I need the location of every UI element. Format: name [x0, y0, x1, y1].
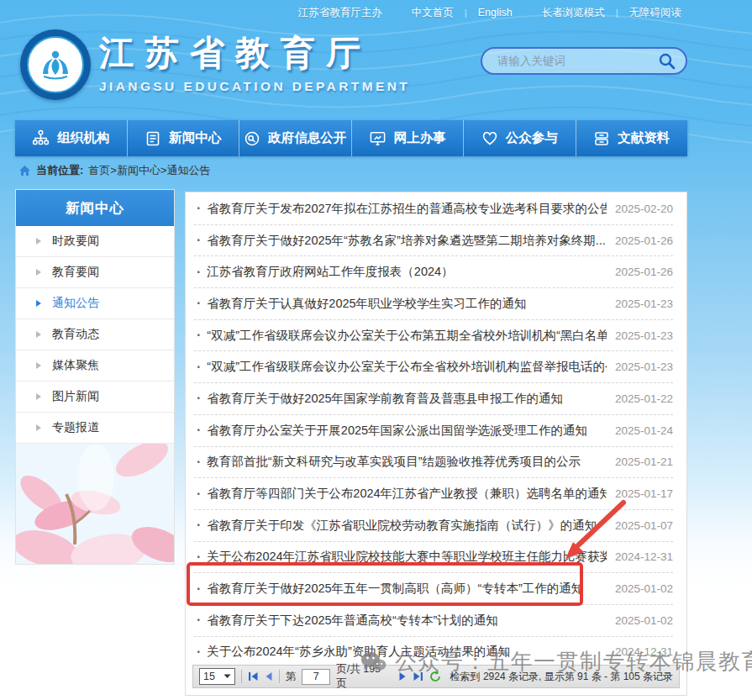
bullet: ·: [197, 518, 201, 533]
sidebar-item-1[interactable]: 教育要闻: [16, 257, 174, 288]
sidebar-item-2[interactable]: 通知公告: [16, 288, 174, 319]
notice-row: ·省教育厅办公室关于开展2025年国家公派出国留学选派受理工作的通知2025-0…: [194, 415, 673, 447]
bullet: ·: [197, 582, 201, 597]
host-link[interactable]: 江苏省教育厅主办: [298, 6, 382, 20]
previous-page-button[interactable]: [265, 671, 273, 682]
notice-title-link[interactable]: 省教育厅关于认真做好2025年职业学校学生实习工作的通知: [207, 296, 607, 312]
sidebar-item-label: 教育要闻: [52, 265, 99, 280]
nav-item-gov-info[interactable]: 政府信息公开: [239, 120, 352, 156]
notice-title-link[interactable]: 关于公布2024年江苏省职业院校技能大赛中等职业学校班主任能力比赛获奖...: [207, 549, 607, 565]
notice-title-link[interactable]: 省教育厅关于印发《江苏省职业院校劳动教育实施指南（试行）》的通知: [207, 518, 607, 534]
notice-title-link[interactable]: “双减”工作省级联席会议办公室关于公布第五期全省校外培训机构“黑白名单...: [207, 328, 607, 344]
notice-date: 2025-01-22: [615, 392, 673, 405]
notice-title-link[interactable]: 省教育厅等四部门关于公布2024年江苏省产业教授（兼职）选聘名单的通知: [207, 486, 607, 502]
last-page-button[interactable]: [413, 671, 423, 682]
search-input[interactable]: [496, 54, 658, 68]
triangle-arrow-icon: [36, 424, 41, 431]
nav-label: 组织机构: [57, 129, 109, 147]
nav-item-public-participation[interactable]: 公众参与: [464, 120, 576, 156]
department-logo: [20, 29, 91, 100]
result-summary: 检索到 2924 条记录, 显示第 91 条 - 第 105 条记录: [450, 670, 673, 684]
refresh-button[interactable]: [429, 671, 441, 682]
notice-date: 2025-01-24: [615, 424, 673, 437]
sidebar-item-0[interactable]: 时政要闻: [16, 226, 174, 257]
main-navigation: 组织机构 新闻中心 政府信息公开 网上办事 公众参与 文献资料: [15, 120, 687, 156]
page-size-value: 15: [203, 671, 215, 682]
english-link[interactable]: English: [478, 7, 513, 18]
notice-row: ·关于公布2024年江苏省职业院校技能大赛中等职业学校班主任能力比赛获奖...2…: [194, 542, 673, 574]
sidebar-item-5[interactable]: 图片新闻: [16, 382, 174, 413]
triangle-arrow-icon: [36, 269, 41, 276]
site-header: 江苏省教育厅 JIANGSU EDUCATION DEPARTMENT: [0, 25, 752, 120]
notice-date: 2024-12-31: [615, 550, 673, 563]
bullet: ·: [197, 455, 201, 470]
bullet: ·: [197, 645, 201, 660]
site-title: 江苏省教育厅: [99, 30, 410, 76]
top-utility-bar: 江苏省教育厅主办 中文首页 | English 长者浏览模式 | 无障碍阅读: [0, 0, 752, 25]
bullet: ·: [197, 487, 201, 502]
triangle-arrow-icon: [36, 393, 41, 400]
divider: |: [616, 8, 618, 18]
first-page-button[interactable]: [248, 671, 259, 682]
bullet: ·: [197, 391, 201, 406]
notice-date: 2025-01-23: [615, 329, 673, 342]
page-number-input[interactable]: [302, 669, 330, 685]
nav-item-online-services[interactable]: 网上办事: [352, 120, 465, 156]
bullet: ·: [197, 265, 201, 280]
site-subtitle: JIANGSU EDUCATION DEPARTMENT: [99, 79, 410, 94]
notice-title-link[interactable]: 省教育厅关于发布2027年拟在江苏招生的普通高校专业选考科目要求的公告: [207, 201, 607, 217]
notice-date: 2025-01-23: [615, 297, 673, 310]
notice-title-link[interactable]: 省教育厅关于做好2025年五年一贯制高职（高师）“专转本”工作的通知: [207, 581, 607, 597]
chinese-home-link[interactable]: 中文首页: [412, 6, 454, 20]
breadcrumb-path[interactable]: 首页>新闻中心>通知公告: [88, 163, 210, 178]
magnolia-flower-image: [16, 444, 174, 564]
notice-title-link[interactable]: 省教育厅关于下达2025年普通高校“专转本”计划的通知: [207, 613, 607, 629]
sidebar-item-label: 专题报道: [52, 420, 99, 435]
lotus-emblem-icon: [37, 46, 74, 83]
nav-label: 文献资料: [618, 129, 670, 147]
notice-title-link[interactable]: 江苏省教育厅政府网站工作年度报表（2024）: [207, 264, 607, 280]
pagination-bar: 15 第 页/共 195 页 检索到 2924 条记录, 显示第 91 条 - …: [192, 665, 680, 688]
next-page-button[interactable]: [398, 671, 407, 682]
page-size-select[interactable]: 15: [199, 668, 235, 685]
bullet: ·: [197, 613, 201, 628]
search-button[interactable]: [658, 52, 676, 70]
chevron-down-icon: [223, 674, 231, 679]
sidebar-item-6[interactable]: 专题报道: [16, 413, 174, 444]
notice-date: 2025-01-02: [615, 614, 673, 627]
sidebar-item-label: 图片新闻: [52, 389, 99, 404]
page-label-suffix: 页/共 195 页: [336, 662, 392, 691]
sidebar-item-4[interactable]: 媒体聚焦: [16, 350, 174, 382]
accessibility-link[interactable]: 无障碍阅读: [629, 6, 682, 20]
notice-row: ·省教育厅关于做好2025年“苏教名家”培养对象遴选暨第二期培养对象终期...2…: [194, 225, 673, 257]
archive-icon: [593, 130, 610, 147]
sidebar-news-center: 新闻中心 时政要闻教育要闻通知公告教育动态媒体聚焦图片新闻专题报道: [15, 189, 175, 565]
nav-label: 公众参与: [506, 129, 558, 147]
nav-item-news-center[interactable]: 新闻中心: [128, 120, 240, 156]
last-page-icon: [413, 671, 423, 682]
sidebar-item-3[interactable]: 教育动态: [16, 319, 174, 350]
sidebar-item-label: 时政要闻: [52, 234, 99, 249]
notice-title-link[interactable]: 教育部首批“新文科研究与改革实践项目”结题验收推荐优秀项目的公示: [207, 454, 607, 470]
notice-title-link[interactable]: 关于公布2024年“苏乡永助”资助育人主题活动结果的通知: [207, 644, 607, 660]
nav-item-documents[interactable]: 文献资料: [576, 120, 688, 156]
bullet: ·: [197, 296, 201, 311]
elder-mode-link[interactable]: 长者浏览模式: [542, 6, 605, 20]
notice-title-link[interactable]: 省教育厅关于做好2025年国家学前教育普及普惠县申报工作的通知: [207, 391, 607, 407]
notice-row: ·关于公布2024年“苏乡永助”资助育人主题活动结果的通知2024-12-31: [194, 637, 673, 669]
notice-row: ·“双减”工作省级联席会议办公室关于公布第五期全省校外培训机构“黑白名单...2…: [194, 320, 673, 352]
nav-label: 政府信息公开: [268, 129, 346, 147]
sidebar-item-label: 通知公告: [52, 296, 99, 311]
notice-date: 2025-01-26: [615, 234, 673, 247]
previous-page-icon: [265, 671, 273, 682]
page-label-prefix: 第: [286, 670, 297, 684]
bullet: ·: [197, 360, 201, 375]
notice-title-link[interactable]: 省教育厅关于做好2025年“苏教名家”培养对象遴选暨第二期培养对象终期...: [207, 233, 607, 249]
nav-item-organization[interactable]: 组织机构: [15, 120, 128, 156]
divider: [279, 670, 280, 683]
notice-row: ·省教育厅关于做好2025年国家学前教育普及普惠县申报工作的通知2025-01-…: [194, 383, 673, 415]
notice-title-link[interactable]: “双减”工作省级联席会议办公室关于公布全省校外培训机构监督举报电话的公...: [207, 359, 607, 375]
notice-title-link[interactable]: 省教育厅办公室关于开展2025年国家公派出国留学选派受理工作的通知: [207, 423, 607, 439]
notice-date: 2025-01-07: [615, 519, 673, 532]
next-page-icon: [398, 671, 407, 682]
